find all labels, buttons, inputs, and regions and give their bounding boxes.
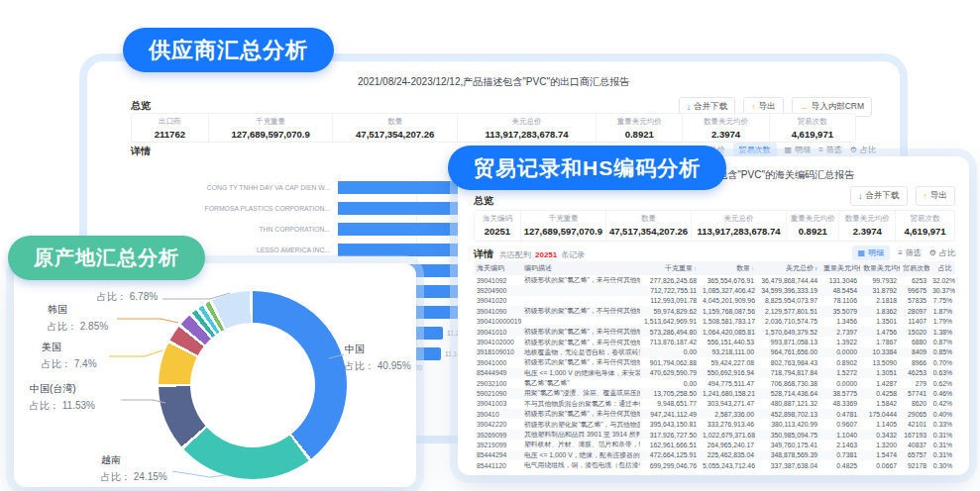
table-row: 39041003不与其他物质混合的聚氯乙烯：通过本体或悬浮聚合工艺获得的聚氯乙.… (474, 399, 955, 409)
col-qty-avg: 数量美元均价 (860, 261, 900, 275)
stat-label: 重量美元均价 (787, 214, 838, 224)
donut-label-hidden: 占比： 6.78% (97, 287, 158, 304)
bar-label: CONG TY TNHH DAY VA CAP DIEN W... (87, 184, 338, 191)
supplier-analysis-badge: 供应商汇总分析 (123, 28, 334, 72)
grid-icon: ▦ (858, 248, 866, 257)
sort-icon: ↕ (815, 265, 817, 271)
table-row: 29032100氯乙烯"氯乙烯"0.00494,775,511.47706,86… (474, 378, 955, 388)
col-hs-code: 海关编码 (474, 261, 521, 275)
table-row: 39219099塑料板材、片材、薄膜、箔片和条带，经过塑化、层压、支撑或与其他.… (474, 440, 955, 449)
stat-item: 重量美元均价0.8921 (786, 211, 838, 241)
origin-analysis-badge: 原产地汇总分析 (8, 236, 205, 280)
stat-label: 数量 (606, 214, 691, 224)
col-trades-sort[interactable]: 贸易次数↕ (900, 261, 929, 275)
hs-report-window: 2021/08/24-2023/12/12,产品描述包含"PVC"的海关编码汇总… (458, 156, 969, 475)
table-row: 85444949电压 <= 1,000 V 的绝缘电导体，未安装连接器，其他电缆… (474, 368, 955, 378)
export-icon: ↑ (924, 191, 928, 201)
merge-download-icon: ↓ (858, 191, 863, 201)
view-detail-button[interactable]: ▦ 明细 (852, 246, 891, 260)
stat-item: 数量47,517,354,207.26 (605, 211, 691, 241)
table-row: 39204900712,722,755.111,085,327,406.4234… (474, 285, 955, 295)
stat-item: 数量美元均价2.3974 (838, 211, 895, 241)
col-weight-avg: 重量美元均价 (820, 261, 860, 275)
table-row: 3904100000191,513,642,969.911,508,581,78… (474, 317, 955, 327)
donut-label-korea: 韩国 占比： 2.85% (48, 303, 108, 334)
hs-overview-label: 总览 (474, 194, 493, 208)
stat-value: 47,517,354,207.26 (606, 226, 691, 237)
label-line-korea (117, 319, 178, 323)
hs-details-label: 详情 (474, 247, 493, 261)
stat-label: 千克重量 (521, 214, 605, 224)
stat-label: 海关编码 (475, 214, 520, 224)
filter-icon: ≡ (898, 248, 903, 257)
dashboard-collage: 2021/08/24-2023/12/12,产品描述包含"PVC"的出口商汇总报… (0, 0, 980, 491)
col-kg-weight-sort[interactable]: 千克重量↕ (640, 261, 700, 275)
stat-value: 127,689,597,070.9 (521, 226, 605, 237)
col-description: 编码描述 (521, 261, 640, 275)
table-row: 39041010初级形状的聚"氯乙烯"，未与任何其他物质混合：乳液级 PVC 树… (474, 327, 955, 337)
export-button[interactable]: ↑ 导出 (916, 186, 956, 206)
bar-label: THN CORPORATION... (87, 226, 338, 233)
stat-item: 美元总价113,917,283,678.74 (691, 211, 786, 241)
gear-icon: ⚙ (929, 248, 936, 257)
table-header-row: 海关编码 编码描述 千克重量↕ 数量↕ 美元总价↕ 重量美元均价 数量美元均价 … (474, 261, 955, 275)
stat-label: 数量美元均价 (839, 214, 895, 224)
hs-code-table: 海关编码 编码描述 千克重量↕ 数量↕ 美元总价↕ 重量美元均价 数量美元均价 … (474, 261, 955, 470)
col-usd-total-sort[interactable]: 美元总价↕ (757, 261, 820, 275)
table-row: 3904102000初级形状的聚"氯乙烯"，未与任何其他物质混合：悬浮级 PVC… (474, 337, 955, 346)
label-line-usa (109, 350, 163, 356)
table-row: 390410初级形式的聚"氯乙烯"，未与任何其他物质混合 + 未提供来源标签 +… (474, 409, 955, 419)
filter-button[interactable]: ≡ 筛选 (898, 247, 922, 258)
stat-value: 0.8921 (787, 226, 838, 237)
table-row: 39041000初级形式的聚"氯乙烯"，未与任何其他物质混合 + 未混合来源标签… (474, 357, 955, 367)
donut-label-taiwan: 中国(台湾) 占比： 11.53% (30, 382, 95, 413)
stat-value: 2.3974 (839, 226, 895, 237)
table-row: 85444294电压 <= 1,000 V，绝缘，配有连接器的电导体，其他：电压… (474, 450, 955, 460)
hs-stats: 海关编码20251千克重量127,689,597,070.9数量47,517,3… (474, 210, 955, 242)
table-row: 3918109010地板覆盖物，无论是否自粘，卷状或砖形式，以及墙壁或天花板覆盖… (474, 347, 955, 357)
table-row: 85441120电气用绕组线，铜，漆包电缆（包括漆包或阳极氧化）电缆、电线（包.… (474, 460, 955, 470)
hs-table-body: 39041092初级形状的聚"氯乙烯"，未与任何其他物质混合：其他：粉末277,… (474, 275, 955, 470)
hs-match-line: 详情 共匹配到 20251 条记录 (474, 247, 585, 261)
hs-table-toolbar: ▦ 明细 ≡ 筛选 ⚙ 占比 (852, 246, 955, 260)
stat-item: 海关编码20251 (475, 211, 520, 241)
table-row: 39041092初级形状的聚"氯乙烯"，未与任何其他物质混合：其他：粉末277,… (474, 275, 955, 285)
bar-label: FORMOSA PLASTICS CORPORATION... (87, 205, 338, 212)
stat-value: 20251 (475, 226, 520, 237)
label-line-taiwan (121, 400, 165, 403)
stat-value: 113,917,283,678.74 (692, 226, 786, 237)
stat-label: 美元总价 (692, 214, 786, 224)
table-row: 39269099其他塑料制品和品目 3901 至 3914 所列材料的其他制品（… (474, 430, 955, 440)
donut-label-usa: 美国 占比： 7.4% (42, 341, 97, 371)
stat-item: 千克重量127,689,597,070.9 (520, 211, 605, 241)
trade-hs-analysis-badge: 贸易记录和HS编码分析 (448, 146, 726, 190)
table-row: 59021090用聚"氯乙烯"浸渍、涂层、覆盖或层压的帘子布（不包括用聚"氯乙.… (474, 388, 955, 398)
stat-item: 贸易次数4,619,971 (895, 211, 954, 241)
stat-label: 贸易次数 (896, 214, 954, 224)
donut-label-vietnam: 越南 占比： 24.15% (101, 453, 167, 484)
table-row: 39042220初级形状的塑化聚"氯乙烯"，与其他物质混合：颗粒395,643,… (474, 419, 955, 429)
compare-button[interactable]: ⚙ 占比 (929, 247, 955, 258)
col-share: 占比 (929, 261, 955, 275)
sort-icon: ↕ (751, 265, 754, 271)
match-count: 20251 (535, 250, 557, 259)
col-quantity-sort[interactable]: 数量↕ (700, 261, 757, 275)
sort-icon: ↕ (694, 265, 697, 271)
origin-report-window: 占比： 6.78% 韩国 占比： 2.85% 美国 占比： 7.4% 中国(台湾… (14, 263, 416, 487)
origin-donut (159, 291, 347, 479)
table-row: 39041090初级形状的聚"氯乙烯"，不与任何其他物质混合：其他醚（氯乙烯）．… (474, 306, 955, 316)
donut-label-china: 中国 占比： 40.95% (345, 343, 411, 373)
stat-value: 4,619,971 (896, 226, 954, 237)
table-row: 39041020112,993,091.784,045,201,909.968,… (474, 296, 955, 306)
hs-action-buttons: ↓ 合并下载 ↑ 导出 (850, 186, 955, 206)
merge-download-button[interactable]: ↓ 合并下载 (850, 186, 908, 206)
